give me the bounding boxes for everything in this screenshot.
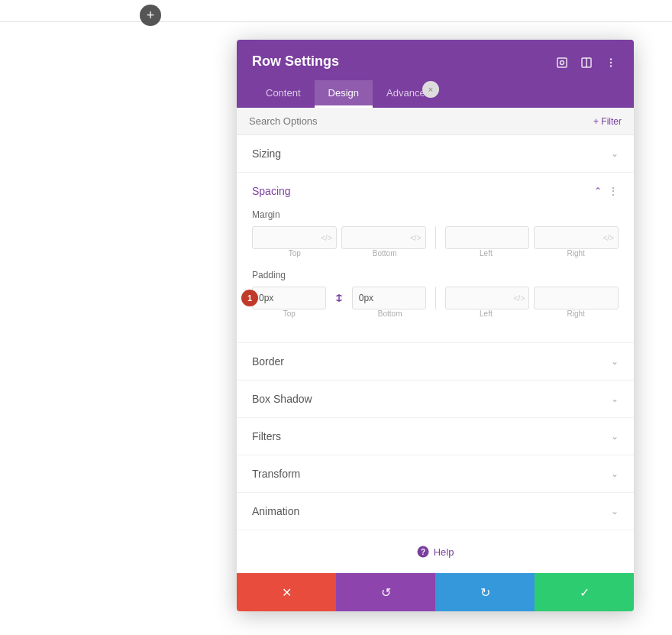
border-section-header[interactable]: Border ⌄ [237, 343, 634, 380]
boxshadow-chevron-icon: ⌄ [611, 394, 619, 404]
border-chevron-icon: ⌄ [611, 356, 619, 367]
margin-sub-labels: Top Bottom Left Right [252, 249, 619, 258]
padding-left-icon: </> [514, 294, 525, 303]
margin-left-right: </> [445, 226, 619, 249]
help-section[interactable]: ? Help [237, 530, 634, 573]
margin-bottom-label: Bottom [342, 249, 428, 258]
svg-rect-0 [557, 58, 567, 67]
transform-section: Transform ⌄ [237, 455, 634, 493]
svg-text:?: ? [421, 548, 425, 556]
border-section: Border ⌄ [237, 343, 634, 381]
margin-top-icon: </> [321, 234, 331, 242]
top-divider [0, 21, 672, 22]
save-button[interactable]: ✓ [535, 573, 634, 611]
more-options-icon[interactable] [603, 55, 619, 70]
transform-section-header[interactable]: Transform ⌄ [237, 455, 634, 492]
margin-top-wrap: </> [252, 226, 337, 249]
filters-chevron-icon: ⌄ [611, 431, 619, 442]
padding-divider [435, 287, 436, 309]
sizing-section-header[interactable]: Sizing ⌄ [237, 135, 634, 172]
boxshadow-section-header[interactable]: Box Shadow ⌄ [237, 381, 634, 417]
padding-left-right: </> [445, 287, 619, 309]
margin-row: </> </> [252, 226, 619, 249]
help-icon: ? [417, 546, 429, 558]
margin-right-wrap: </> [534, 226, 619, 249]
layout-icon[interactable] [579, 55, 594, 70]
padding-label: Padding [252, 270, 619, 280]
filters-section-header[interactable]: Filters ⌄ [237, 418, 634, 455]
margin-left-input[interactable] [445, 226, 530, 249]
fullscreen-icon[interactable] [554, 55, 570, 70]
padding-right-input[interactable] [534, 287, 619, 309]
animation-title: Animation [252, 505, 299, 517]
reset-button[interactable]: ↺ [336, 573, 435, 611]
spacing-title: Spacing [252, 185, 291, 197]
padding-row: 1 [252, 287, 619, 309]
row-settings-panel: Row Settings [237, 40, 634, 611]
padding-top-outer: 1 [252, 287, 326, 309]
spacing-header-icons: ⌃ ⋮ [594, 185, 619, 197]
margin-left-wrap [445, 226, 530, 249]
svg-point-5 [610, 62, 612, 63]
margin-bottom-wrap: </> [341, 226, 426, 249]
modal-title: Row Settings [252, 53, 339, 80]
svg-point-1 [561, 61, 564, 65]
panel-close-button[interactable]: × [422, 81, 439, 98]
boxshadow-section: Box Shadow ⌄ [237, 381, 634, 418]
search-bar: + Filter [237, 108, 634, 135]
margin-top-bottom: </> </> [252, 226, 426, 249]
add-element-button[interactable]: + [140, 5, 161, 26]
margin-bottom-icon: </> [410, 234, 421, 242]
svg-point-6 [610, 65, 612, 66]
padding-group: Padding 1 [252, 270, 619, 318]
step-badge-1: 1 [241, 290, 258, 306]
sizing-chevron-icon: ⌄ [611, 148, 619, 159]
search-input[interactable] [249, 115, 593, 127]
transform-title: Transform [252, 468, 300, 480]
padding-top-input[interactable] [252, 287, 326, 309]
tab-content[interactable]: Content [252, 80, 315, 108]
transform-chevron-icon: ⌄ [611, 468, 619, 479]
margin-divider [435, 226, 436, 249]
animation-chevron-icon: ⌄ [611, 506, 619, 517]
padding-right-wrap [534, 287, 619, 309]
sizing-title: Sizing [252, 147, 281, 160]
boxshadow-title: Box Shadow [252, 393, 312, 405]
padding-bottom-label: Bottom [353, 309, 428, 318]
header-icons [554, 53, 619, 70]
modal-header: Row Settings [237, 40, 634, 80]
spacing-section: Spacing ⌃ ⋮ Margin [237, 173, 634, 343]
svg-point-4 [610, 58, 612, 60]
redo-button[interactable]: ↻ [435, 573, 535, 611]
padding-bottom-input[interactable] [352, 287, 426, 309]
cancel-button[interactable]: ✕ [237, 573, 336, 611]
padding-left-wrap: </> [445, 287, 530, 309]
modal-content: Sizing ⌄ Spacing ⌃ ⋮ Margin [237, 135, 634, 573]
margin-group: Margin </> </> [252, 209, 619, 258]
margin-top-label: Top [252, 249, 338, 258]
padding-right-label: Right [533, 309, 619, 318]
modal-footer: ✕ ↺ ↻ ✓ [237, 573, 634, 611]
animation-section-header[interactable]: Animation ⌄ [237, 493, 634, 530]
animation-section: Animation ⌄ [237, 493, 634, 530]
filters-title: Filters [252, 430, 281, 442]
padding-left-label: Left [444, 309, 529, 318]
border-title: Border [252, 355, 284, 368]
spacing-content: Margin </> </> [237, 209, 634, 342]
help-label: Help [434, 546, 454, 558]
padding-bottom-wrap [352, 287, 426, 309]
padding-link-icon[interactable] [331, 287, 347, 309]
filter-button[interactable]: + Filter [593, 116, 622, 127]
spacing-section-header[interactable]: Spacing ⌃ ⋮ [237, 173, 634, 209]
spacing-more-icon[interactable]: ⋮ [608, 185, 619, 197]
padding-top-label: Top [252, 309, 327, 318]
padding-sub-labels: Top Bottom Left Right [252, 309, 619, 318]
filters-section: Filters ⌄ [237, 418, 634, 455]
margin-left-label: Left [444, 249, 529, 258]
margin-label: Margin [252, 209, 619, 220]
tab-design[interactable]: Design [315, 80, 373, 108]
margin-right-label: Right [533, 249, 619, 258]
margin-right-icon: </> [603, 234, 614, 242]
page-background: + × Row Settings [0, 0, 672, 635]
sizing-section: Sizing ⌄ [237, 135, 634, 173]
